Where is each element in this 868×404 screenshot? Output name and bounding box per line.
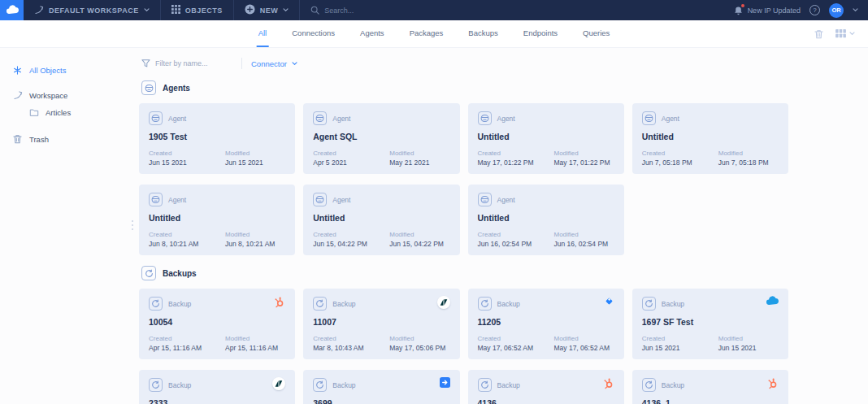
chevron-down-icon[interactable] (853, 8, 858, 12)
section-header-backups: Backups (141, 266, 788, 280)
card-dates: CreatedMay 17, 06:52 AMModifiedMay 17, 0… (478, 335, 610, 352)
card-type-row: Agent (642, 111, 779, 125)
sidebar-item-trash[interactable]: Trash (0, 130, 134, 148)
objects-menu[interactable]: OBJECTS (161, 0, 233, 20)
sidebar-item-label: Workspace (29, 91, 67, 100)
objects-label: OBJECTS (185, 7, 223, 15)
edit-pen-icon (34, 5, 44, 16)
created-label: Created (642, 335, 718, 342)
backup-icon (642, 378, 656, 392)
created-value: Apr 15, 11:16 AM (149, 344, 225, 352)
workspace-icon (12, 90, 23, 100)
tab-connections[interactable]: Connections (290, 20, 336, 47)
top-navbar: DEFAULT WORKSPACE OBJECTS NEW (0, 0, 868, 20)
modified-value: Jun 7, 05:18 PM (718, 159, 769, 167)
sidebar-item-all-objects[interactable]: All Objects (0, 62, 134, 79)
salesforce-icon (766, 296, 779, 306)
backup-icon (141, 266, 156, 280)
object-card[interactable]: Backup1697 SF TestCreatedJun 15 2021Modi… (632, 289, 788, 359)
object-card[interactable]: Backup3699CreatedModified (303, 370, 459, 404)
help-button[interactable]: ? (809, 5, 820, 15)
tab-packages[interactable]: Packages (408, 20, 445, 47)
card-dates: CreatedJun 15 2021ModifiedJun 15 2021 (149, 150, 263, 167)
app-logo[interactable] (0, 0, 24, 20)
card-title: Untitled (642, 132, 779, 141)
agent-icon (313, 111, 327, 125)
object-card[interactable]: Backup11007CreatedMar 8, 10:43 AMModifie… (303, 289, 459, 359)
object-card[interactable]: Backup10054CreatedApr 15, 11:16 AMModifi… (139, 289, 295, 359)
card-type-label: Agent (332, 196, 350, 204)
card-type-row: Agent (478, 111, 614, 125)
sidebar: All ObjectsWorkspaceArticlesTrash (0, 48, 134, 404)
card-title: 4136 (478, 398, 614, 404)
tab-agents[interactable]: Agents (358, 20, 386, 47)
object-card[interactable]: AgentUntitledCreatedJun 15, 04:22 PMModi… (303, 185, 459, 255)
workspace-menu[interactable]: DEFAULT WORKSPACE (24, 0, 160, 20)
object-card[interactable]: AgentUntitledCreatedJun 16, 02:54 PMModi… (468, 185, 624, 255)
plus-circle-icon (245, 4, 255, 16)
object-card[interactable]: Agent1905 TestCreatedJun 15 2021Modified… (139, 103, 295, 174)
object-card[interactable]: AgentUntitledCreatedJun 7, 05:18 PMModif… (632, 103, 788, 174)
search-input[interactable] (324, 7, 568, 15)
tab-endpoints[interactable]: Endpoints (522, 20, 559, 47)
navbar-right: New IP Updated ? OR (734, 3, 868, 18)
agent-icon (642, 111, 656, 125)
global-search (300, 3, 579, 18)
object-card[interactable]: AgentAgent SQLCreatedApr 5 2021ModifiedM… (303, 103, 459, 174)
object-card[interactable]: AgentUntitledCreatedJun 8, 10:21 AMModif… (139, 185, 295, 255)
object-card[interactable]: AgentUntitledCreatedMay 17, 01:22 PMModi… (468, 103, 624, 174)
agent-icon (149, 111, 163, 125)
trash-view-button[interactable] (814, 29, 823, 39)
avatar[interactable]: OR (829, 3, 844, 18)
hubspot-icon (273, 296, 285, 308)
search-icon (310, 3, 319, 18)
card-type-row: Agent (313, 111, 449, 125)
object-card[interactable]: Backup4136CreatedModified (468, 370, 624, 404)
modified-label: Modified (554, 231, 609, 238)
notifications-button[interactable]: New IP Updated (734, 6, 801, 15)
modified-label: Modified (554, 150, 610, 157)
object-card[interactable]: Backup2333CreatedModified (139, 370, 295, 404)
sidebar-item-workspace[interactable]: Workspace (0, 86, 134, 104)
card-type-label: Agent (662, 115, 679, 123)
card-dates: CreatedApr 5 2021ModifiedMay 21 2021 (313, 150, 429, 167)
agent-icon (313, 193, 327, 206)
created-label: Created (478, 335, 554, 342)
new-menu[interactable]: NEW (234, 0, 300, 20)
modified-value: May 21 2021 (389, 159, 429, 167)
zendesk-icon (437, 296, 450, 309)
modified-label: Modified (389, 335, 445, 342)
created-label: Created (149, 150, 225, 157)
card-title: 4136_1 (642, 398, 779, 404)
tab-all[interactable]: All (257, 20, 269, 47)
card-title: 1905 Test (149, 132, 285, 141)
asterisk-icon (12, 66, 23, 75)
card-type-label: Backup (332, 300, 355, 308)
created-value: Jun 15 2021 (642, 344, 718, 352)
modified-label: Modified (718, 335, 757, 342)
created-label: Created (478, 150, 554, 157)
object-card[interactable]: Backup11205CreatedMay 17, 06:52 AMModifi… (468, 289, 624, 359)
card-title: 11007 (313, 317, 449, 327)
section-title: Backups (163, 269, 197, 278)
object-tabs: AllConnectionsAgentsPackagesBackupsEndpo… (257, 20, 612, 47)
created-value: May 17, 01:22 PM (478, 159, 554, 167)
tab-queries[interactable]: Queries (581, 20, 611, 47)
card-type-row: Backup (313, 378, 449, 392)
agent-icon (149, 193, 163, 206)
card-grid-agents: Agent1905 TestCreatedJun 15 2021Modified… (139, 103, 788, 255)
card-type-row: Backup (149, 378, 285, 392)
object-card[interactable]: Backup4136_1CreatedModified (632, 370, 788, 404)
trash-icon (12, 134, 23, 144)
connector-filter[interactable]: Connector (251, 59, 297, 68)
filter-name-input[interactable] (155, 59, 232, 67)
card-type-label: Backup (497, 300, 520, 308)
sidebar-resize-handle[interactable] (132, 220, 133, 230)
sidebar-item-articles[interactable]: Articles (0, 104, 134, 121)
card-title: 10054 (149, 317, 285, 327)
created-label: Created (642, 150, 718, 157)
view-mode-button[interactable] (835, 29, 855, 38)
card-type-row: Backup (642, 297, 779, 311)
created-value: Jun 16, 02:54 PM (478, 240, 554, 248)
tab-backups[interactable]: Backups (467, 20, 499, 47)
